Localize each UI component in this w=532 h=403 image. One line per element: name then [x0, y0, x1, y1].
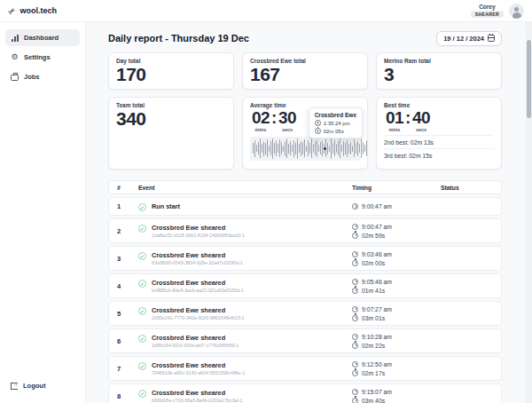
card-merino-total: Merino Ram total 3	[376, 52, 502, 90]
timing-cell: 9:05:46 am01m 41s	[352, 279, 441, 294]
event-uuid: 2df9b264-501f-303d-abf7-c779c6f95f59-1	[152, 343, 239, 348]
timing-cell: 9:00:47 am	[352, 203, 441, 209]
table-row[interactable]: 3✓Crossbred Ewe sheared63e58df0-0543-383…	[108, 246, 502, 271]
row-number: 4	[109, 282, 138, 290]
card-crossbred-total: Crossbred Ewe total 167	[242, 52, 368, 90]
event-uuid: 1b55e241-7770-340a-91b5-8861548efb23-1	[152, 315, 245, 320]
event-time: 9:12:50 am	[362, 361, 392, 367]
event-cell: ✓Crossbred Ewe sheared7945619b-a80c-3130…	[138, 361, 352, 376]
clock-icon	[352, 251, 358, 257]
event-time: 9:07:27 am	[362, 306, 392, 312]
check-circle-icon: ✓	[138, 225, 146, 233]
second-best-time: 2nd best: 02m 13s	[384, 135, 494, 148]
row-number: 2	[109, 227, 138, 235]
table-row[interactable]: 4✓Crossbred Ewe shearedfe0885cb-8de5-3ac…	[108, 273, 502, 298]
stats-cards: Day total 170 Crossbred Ewe total 167 Me…	[108, 52, 502, 170]
event-duration: 03m 01s	[362, 315, 385, 321]
event-title: Crossbred Ewe sheared	[152, 361, 245, 369]
date-picker[interactable]: 19 / 12 / 2024	[436, 31, 502, 46]
user-role-badge: SHEARER	[471, 11, 504, 18]
table-row[interactable]: 1✓Run start9:00:47 am	[108, 197, 502, 216]
sidebar-item-label: Dashboard	[24, 34, 59, 42]
table-row[interactable]: 7✓Crossbred Ewe sheared7945619b-a80c-313…	[108, 356, 502, 381]
event-time: 9:15:07 am	[362, 389, 392, 395]
sidebar-item-jobs[interactable]: Jobs	[5, 68, 80, 85]
event-duration: 01m 41s	[362, 288, 385, 294]
row-number: 3	[109, 255, 138, 263]
logout-button[interactable]: Logout	[5, 377, 80, 394]
event-duration: 03m 40s	[362, 398, 385, 403]
row-number: 8	[109, 392, 138, 400]
timing-cell: 9:00:47 am02m 59s	[352, 224, 441, 239]
row-number: 1	[109, 202, 138, 210]
table-header: # Event Timing Status	[108, 180, 502, 194]
app-window: ✂ wool.tech Corey SHEARER Dashboard ⚙ Se…	[0, 0, 532, 403]
col-header-event: Event	[138, 185, 352, 191]
event-title: Crossbred Ewe sheared	[152, 224, 245, 232]
clock-icon	[352, 334, 358, 340]
table-row[interactable]: 2✓Crossbred Ewe sheared1da8ac52-d118-3bb…	[108, 218, 502, 243]
person-icon	[514, 7, 519, 12]
check-circle-icon: ✓	[138, 362, 146, 370]
avatar[interactable]	[509, 4, 524, 19]
timing-cell: 9:15:07 am03m 40s	[352, 389, 441, 403]
event-time: 9:03:46 am	[362, 251, 392, 257]
stopwatch-icon	[315, 128, 321, 134]
event-cell: ✓Crossbred Ewe sheared1b55e241-7770-340a…	[138, 306, 352, 321]
event-duration: 02m 00s	[362, 260, 385, 266]
event-uuid: 1da8ac52-d118-3bb0-8154-240b9963acb0-1	[152, 233, 245, 238]
clock-icon	[315, 120, 321, 126]
check-circle-icon: ✓	[138, 335, 146, 343]
clock-icon	[352, 306, 358, 312]
row-number: 5	[109, 310, 138, 318]
timing-cell: 9:03:46 am02m 00s	[352, 251, 441, 266]
check-circle-icon: ✓	[138, 307, 146, 315]
briefcase-icon	[11, 73, 19, 81]
event-cell: ✓Crossbred Ewe sheared2df9b264-501f-303d…	[138, 334, 352, 349]
table-row[interactable]: 5✓Crossbred Ewe sheared1b55e241-7770-340…	[108, 301, 502, 326]
event-title: Run start	[152, 202, 180, 210]
brand-name: wool.tech	[20, 6, 57, 15]
sparkline-marker	[324, 147, 326, 150]
col-header-num: #	[109, 185, 138, 191]
clock-icon	[352, 224, 358, 230]
card-team-total: Team total 340	[108, 97, 234, 170]
event-cell: ✓Crossbred Ewe shearedb56fdb5e-c703-38a3…	[138, 389, 352, 403]
brand[interactable]: ✂ wool.tech	[8, 6, 57, 16]
sidebar-item-label: Jobs	[24, 73, 40, 81]
event-time: 9:00:47 am	[362, 224, 392, 230]
row-number: 7	[109, 365, 138, 373]
tooltip-title: Crossbred Ewe	[315, 112, 356, 118]
event-cell: ✓Run start	[138, 202, 352, 211]
check-circle-icon: ✓	[138, 280, 146, 288]
card-label: Day total	[116, 58, 226, 64]
stopwatch-icon	[352, 398, 358, 403]
event-time: 9:00:47 am	[362, 203, 392, 209]
event-title: Crossbred Ewe sheared	[152, 389, 243, 397]
stopwatch-icon	[352, 288, 358, 294]
shear-times-sparkline[interactable]	[250, 137, 360, 161]
time-units: minssecs	[384, 127, 494, 132]
check-circle-icon: ✓	[138, 203, 146, 211]
table-row[interactable]: 8✓Crossbred Ewe shearedb56fdb5e-c703-38a…	[108, 383, 502, 403]
third-best-time: 3rd best: 02m 15s	[384, 148, 494, 162]
table-row[interactable]: 6✓Crossbred Ewe sheared2df9b264-501f-303…	[108, 328, 502, 353]
page-title: Daily report - Thursday 19 Dec	[108, 33, 249, 43]
best-time-value: 01:40	[384, 109, 494, 127]
col-header-status: Status	[441, 185, 501, 191]
bar-chart-icon	[11, 34, 19, 42]
event-uuid: b56fdb5e-c703-38a3-8a4b-b200a17bc3af-1	[152, 398, 243, 403]
card-day-total: Day total 170	[108, 52, 234, 90]
stopwatch-icon	[352, 315, 358, 321]
user-area[interactable]: Corey SHEARER	[471, 4, 524, 19]
event-cell: ✓Crossbred Ewe sheared63e58df0-0543-3834…	[138, 251, 352, 266]
check-circle-icon: ✓	[138, 252, 146, 260]
sidebar-item-settings[interactable]: ⚙ Settings	[5, 49, 80, 66]
scrollbar-thumb[interactable]	[527, 40, 531, 118]
scrollbar[interactable]	[526, 22, 532, 403]
card-label: Crossbred Ewe total	[250, 58, 360, 64]
sidebar-item-dashboard[interactable]: Dashboard	[5, 29, 80, 46]
card-label: Team total	[116, 102, 226, 108]
user-name: Corey	[479, 4, 495, 10]
scissors-icon: ✂	[5, 4, 17, 17]
